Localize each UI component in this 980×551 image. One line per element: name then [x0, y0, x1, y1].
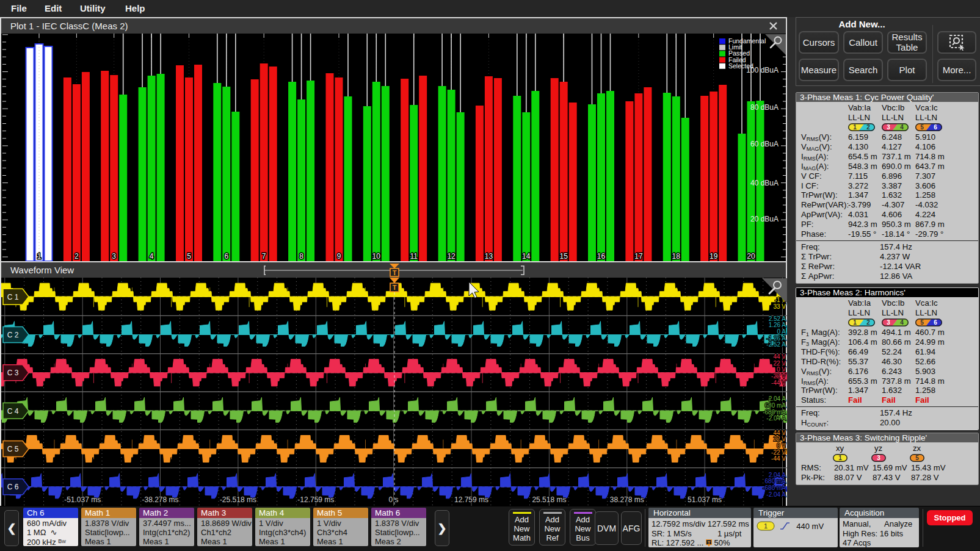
svg-text:6: 6 — [224, 252, 228, 261]
svg-text:6: 6 — [934, 124, 937, 131]
svg-text:11: 11 — [410, 252, 418, 261]
svg-text:6: 6 — [934, 319, 937, 326]
svg-text:0 V: 0 V — [777, 442, 786, 449]
svg-text:2.04 A: 2.04 A — [769, 395, 786, 402]
svg-text:51.037 ms: 51.037 ms — [688, 495, 722, 504]
svg-text:1: 1 — [838, 455, 842, 461]
svg-text:38.278 ms: 38.278 ms — [610, 495, 644, 504]
svg-text:10: 10 — [372, 252, 381, 261]
svg-text:1: 1 — [764, 522, 768, 530]
svg-text:-51.037 ms: -51.037 ms — [64, 495, 101, 504]
svg-text:14: 14 — [522, 252, 531, 261]
svg-text:2: 2 — [866, 319, 870, 326]
svg-text:Selected: Selected — [728, 62, 753, 70]
svg-text:17: 17 — [634, 252, 643, 261]
svg-text:5: 5 — [915, 455, 919, 461]
svg-text:-38.278 ms: -38.278 ms — [142, 495, 178, 504]
svg-text:T: T — [708, 540, 711, 546]
svg-text:20 dBuA: 20 dBuA — [750, 215, 779, 223]
svg-text:680 mA: 680 mA — [765, 402, 786, 409]
svg-text:20: 20 — [747, 252, 755, 261]
svg-text:3: 3 — [887, 319, 890, 326]
svg-text:-22 V: -22 V — [771, 373, 786, 380]
svg-text:44 V: 44 V — [773, 430, 786, 436]
svg-text:5: 5 — [920, 124, 924, 131]
svg-text:25.518 ms: 25.518 ms — [532, 495, 566, 504]
svg-text:-44 V: -44 V — [771, 380, 786, 386]
svg-text:-22 V: -22 V — [771, 449, 786, 456]
svg-text:4: 4 — [900, 319, 904, 326]
svg-text:1: 1 — [853, 319, 857, 326]
svg-text:44 V: 44 V — [773, 353, 786, 360]
svg-text:15: 15 — [560, 252, 568, 261]
svg-text:9: 9 — [337, 252, 341, 261]
svg-text:T: T — [393, 284, 397, 291]
svg-text:-44 V: -44 V — [771, 455, 786, 462]
svg-text:22 V: 22 V — [773, 360, 786, 367]
svg-text:3: 3 — [112, 252, 116, 261]
svg-text:2: 2 — [866, 124, 870, 131]
svg-text:1: 1 — [853, 124, 857, 131]
svg-text:18: 18 — [672, 252, 681, 261]
svg-text:0 V: 0 V — [777, 366, 786, 373]
svg-text:40 dBuA: 40 dBuA — [750, 179, 779, 187]
svg-text:-680 mA: -680 mA — [763, 484, 786, 491]
svg-text:12: 12 — [447, 252, 456, 261]
svg-text:-1.26 A: -1.26 A — [766, 335, 786, 342]
svg-text:22 V: 22 V — [773, 436, 786, 442]
svg-text:7: 7 — [262, 252, 266, 261]
svg-text:0 s: 0 s — [389, 495, 399, 504]
svg-text:1.26 A: 1.26 A — [769, 322, 786, 328]
svg-text:T: T — [393, 269, 397, 276]
svg-text:60 dBuA: 60 dBuA — [750, 140, 779, 148]
svg-text:4: 4 — [150, 252, 154, 261]
svg-text:C 1: C 1 — [7, 293, 19, 301]
svg-text:80 dBuA: 80 dBuA — [750, 103, 779, 112]
svg-text:-2.04 A: -2.04 A — [766, 415, 786, 422]
svg-text:C 3: C 3 — [7, 369, 19, 377]
svg-text:5: 5 — [920, 319, 924, 326]
svg-text:5: 5 — [187, 252, 191, 261]
svg-text:2.52 A: 2.52 A — [769, 315, 786, 322]
svg-text:3: 3 — [887, 124, 890, 131]
svg-text:3: 3 — [877, 455, 880, 461]
svg-text:8: 8 — [299, 252, 303, 261]
svg-text:680 mA: 680 mA — [765, 478, 786, 484]
svg-text:C 4: C 4 — [7, 407, 19, 416]
svg-text:-2.04 A: -2.04 A — [766, 491, 786, 498]
svg-text:1: 1 — [37, 252, 42, 261]
svg-text:12.759 ms: 12.759 ms — [454, 495, 488, 504]
svg-text:-25.518 ms: -25.518 ms — [220, 495, 256, 504]
svg-text:-2.52 A: -2.52 A — [766, 341, 786, 348]
svg-text:0 A: 0 A — [777, 328, 786, 335]
svg-text:2.04 A: 2.04 A — [769, 472, 786, 478]
svg-text:4: 4 — [900, 124, 904, 131]
svg-text:13: 13 — [485, 252, 493, 261]
svg-text:C 6: C 6 — [7, 483, 19, 491]
svg-text:-12.759 ms: -12.759 ms — [297, 495, 334, 504]
svg-text:C 5: C 5 — [7, 445, 19, 453]
svg-text:16: 16 — [597, 252, 606, 261]
svg-text:19: 19 — [710, 252, 718, 261]
svg-text:C 2: C 2 — [7, 331, 19, 339]
svg-text:-680 mA: -680 mA — [763, 409, 786, 416]
svg-text:2: 2 — [74, 252, 79, 261]
svg-text:33 V: 33 V — [773, 303, 786, 310]
